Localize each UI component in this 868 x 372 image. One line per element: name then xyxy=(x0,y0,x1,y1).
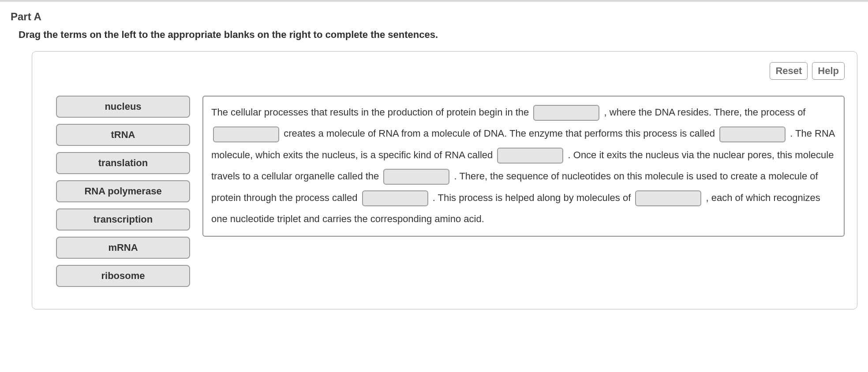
drop-blank-6[interactable] xyxy=(362,190,428,206)
sentence-text: . This process is helped along by molecu… xyxy=(433,192,634,203)
sentence-text: The cellular processes that results in t… xyxy=(211,107,531,118)
term-item[interactable]: transcription xyxy=(56,208,190,231)
drop-blank-2[interactable] xyxy=(213,126,279,142)
sentence-box: The cellular processes that results in t… xyxy=(202,96,845,237)
reset-button[interactable]: Reset xyxy=(770,62,808,80)
term-item[interactable]: tRNA xyxy=(56,124,190,146)
term-item[interactable]: mRNA xyxy=(56,237,190,259)
drop-blank-5[interactable] xyxy=(383,169,449,185)
drop-blank-1[interactable] xyxy=(533,105,599,121)
drop-blank-3[interactable] xyxy=(719,126,786,142)
term-item[interactable]: RNA polymerase xyxy=(56,180,190,202)
instructions-text: Drag the terms on the left to the approp… xyxy=(19,29,857,41)
drop-blank-4[interactable] xyxy=(497,148,563,164)
terms-column: nucleus tRNA translation RNA polymerase … xyxy=(45,96,190,287)
term-item[interactable]: nucleus xyxy=(56,96,190,118)
sentence-text: , where the DNA resides. There, the proc… xyxy=(604,107,806,118)
drop-blank-7[interactable] xyxy=(635,190,701,206)
help-button[interactable]: Help xyxy=(812,62,845,80)
term-item[interactable]: ribosome xyxy=(56,265,190,287)
workspace-panel: Reset Help nucleus tRNA translation RNA … xyxy=(32,51,857,309)
part-title: Part A xyxy=(11,11,857,23)
sentence-text: creates a molecule of RNA from a molecul… xyxy=(284,128,718,139)
page-container: Part A Drag the terms on the left to the… xyxy=(0,2,868,309)
toolbar: Reset Help xyxy=(45,62,845,80)
term-item[interactable]: translation xyxy=(56,152,190,174)
main-row: nucleus tRNA translation RNA polymerase … xyxy=(45,96,845,287)
